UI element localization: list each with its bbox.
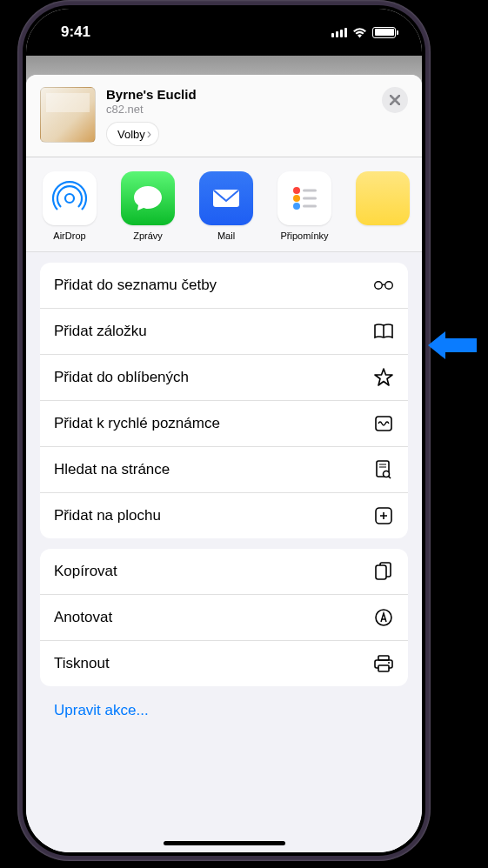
status-time: 9:41 [61, 23, 90, 41]
action-add-to-favorites[interactable]: Přidat do oblíbených [40, 355, 408, 401]
options-button[interactable]: Volby [106, 122, 159, 146]
messages-icon [121, 171, 175, 225]
action-label: Přidat záložku [54, 323, 147, 340]
svg-rect-7 [303, 205, 317, 208]
svg-point-4 [293, 203, 300, 210]
book-icon [373, 321, 394, 342]
action-copy[interactable]: Kopírovat [40, 549, 408, 595]
action-label: Kopírovat [54, 563, 117, 580]
actions-list[interactable]: Přidat do seznamu četby Přidat záložku [26, 252, 422, 852]
action-label: Přidat do oblíbených [54, 369, 189, 386]
print-icon [373, 653, 394, 674]
app-notes[interactable] [355, 171, 411, 241]
action-label: Přidat k rychlé poznámce [54, 415, 220, 432]
svg-point-2 [293, 187, 300, 194]
svg-rect-11 [376, 417, 391, 431]
airdrop-icon [43, 171, 97, 225]
app-reminders[interactable]: Připomínky [277, 171, 332, 241]
app-label: Mail [217, 230, 235, 241]
home-indicator[interactable] [164, 841, 285, 845]
svg-point-25 [388, 662, 390, 664]
app-mail[interactable]: Mail [198, 171, 254, 241]
action-label: Hledat na stránce [54, 461, 170, 478]
svg-point-9 [385, 282, 393, 290]
action-add-to-home-screen[interactable]: Přidat na plochu [40, 493, 408, 538]
svg-point-8 [375, 282, 383, 290]
app-label: Připomínky [280, 230, 328, 241]
notes-icon [356, 171, 410, 225]
callout-arrow [426, 331, 480, 359]
status-indicators [331, 27, 396, 38]
cellular-icon [331, 28, 347, 37]
page-thumbnail [40, 87, 96, 143]
svg-rect-20 [376, 565, 386, 579]
action-print[interactable]: Tisknout [40, 641, 408, 686]
addtohome-icon [373, 505, 394, 526]
wifi-icon [352, 27, 367, 38]
share-apps-row[interactable]: AirDrop Zprávy Mail [26, 157, 422, 252]
options-label: Volby [117, 128, 145, 141]
page-title: Byrne's Euclid [106, 87, 371, 102]
svg-point-15 [384, 471, 390, 477]
svg-rect-5 [303, 190, 317, 192]
battery-icon [372, 27, 396, 38]
app-messages[interactable]: Zprávy [120, 171, 176, 241]
share-sheet: Byrne's Euclid c82.net Volby [26, 75, 422, 852]
glasses-icon [373, 275, 394, 296]
edit-actions-button[interactable]: Upravit akce... [40, 697, 408, 731]
close-button[interactable] [382, 87, 408, 113]
star-icon [373, 367, 394, 388]
action-add-to-reading-list[interactable]: Přidat do seznamu četby [40, 263, 408, 309]
action-label: Přidat na plochu [54, 507, 161, 524]
action-add-to-quick-note[interactable]: Přidat k rychlé poznámce [40, 401, 408, 447]
share-sheet-header: Byrne's Euclid c82.net Volby [26, 75, 422, 157]
svg-point-0 [65, 194, 74, 203]
app-label: AirDrop [53, 230, 85, 241]
action-label: Tisknout [54, 655, 110, 672]
mail-icon [199, 171, 253, 225]
svg-point-3 [293, 195, 300, 202]
action-group-2: Kopírovat Anotovat Tisknou [40, 549, 408, 686]
dynamic-island [168, 17, 281, 50]
findonpage-icon [373, 459, 394, 480]
markup-icon [373, 607, 394, 628]
close-icon [390, 95, 400, 105]
svg-line-16 [389, 477, 391, 479]
svg-rect-24 [378, 665, 389, 671]
app-airdrop[interactable]: AirDrop [42, 171, 97, 241]
action-markup[interactable]: Anotovat [40, 595, 408, 641]
action-label: Přidat do seznamu četby [54, 277, 217, 294]
action-add-bookmark[interactable]: Přidat záložku [40, 309, 408, 355]
svg-rect-6 [303, 197, 317, 200]
action-find-on-page[interactable]: Hledat na stránce [40, 447, 408, 493]
action-label: Anotovat [54, 609, 112, 626]
reminders-icon [277, 171, 331, 225]
copy-icon [373, 561, 394, 582]
action-group-1: Přidat do seznamu četby Přidat záložku [40, 263, 408, 538]
app-label: Zprávy [133, 230, 163, 241]
quicknote-icon [373, 413, 394, 434]
page-url: c82.net [106, 103, 371, 116]
